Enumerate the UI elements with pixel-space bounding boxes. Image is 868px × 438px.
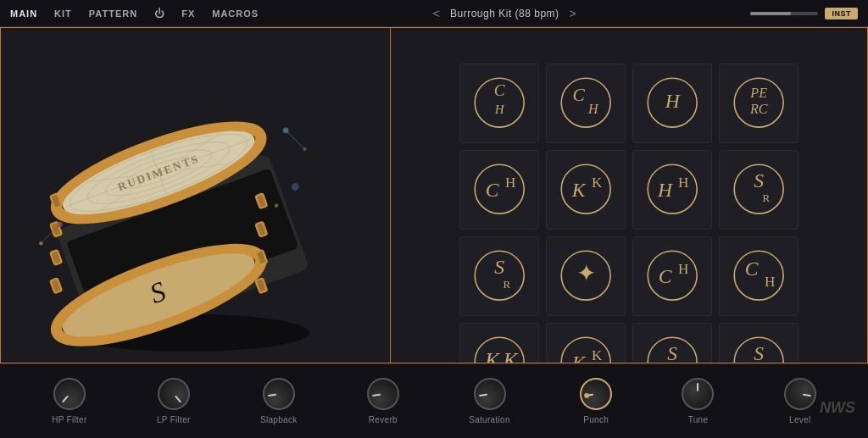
- pad-8[interactable]: S R: [719, 150, 798, 230]
- pad-9[interactable]: S R: [459, 236, 539, 316]
- pad-7[interactable]: H H: [632, 150, 712, 230]
- svg-point-29: [275, 203, 278, 207]
- level-knob[interactable]: [782, 375, 819, 413]
- bottom-controls: HP Filter LP Filter Slapback Reverb Satu…: [0, 363, 868, 438]
- svg-text:✦: ✦: [576, 260, 595, 286]
- svg-text:S: S: [754, 169, 764, 191]
- svg-text:PE: PE: [749, 86, 767, 100]
- nav-main[interactable]: MAIN: [10, 8, 37, 19]
- tune-knob[interactable]: [682, 378, 714, 410]
- knob-group-level: Level: [784, 378, 816, 424]
- knob-group-tune: Tune: [682, 378, 714, 424]
- hp-filter-label: HP Filter: [52, 415, 86, 424]
- pad-11[interactable]: C H: [632, 236, 712, 316]
- svg-text:R: R: [503, 280, 510, 291]
- svg-point-53: [648, 165, 697, 214]
- svg-point-50: [561, 165, 610, 214]
- svg-point-47: [475, 165, 524, 214]
- svg-text:H: H: [494, 103, 505, 116]
- pad-2[interactable]: C H: [546, 64, 626, 143]
- pad-12[interactable]: C H: [719, 236, 798, 316]
- svg-point-67: [734, 252, 783, 301]
- svg-text:C: C: [486, 179, 499, 201]
- nav-fx[interactable]: FX: [181, 8, 195, 19]
- svg-text:H: H: [678, 261, 688, 277]
- lp-filter-knob[interactable]: [151, 371, 197, 417]
- punch-label: Punch: [583, 415, 609, 424]
- saturation-knob[interactable]: [470, 375, 508, 413]
- svg-text:C: C: [745, 258, 759, 280]
- svg-point-31: [75, 315, 81, 321]
- svg-point-64: [648, 252, 697, 301]
- svg-text:K: K: [571, 179, 587, 201]
- pad-4[interactable]: PE RC: [719, 64, 798, 143]
- svg-text:H: H: [505, 175, 515, 191]
- reverb-label: Reverb: [369, 415, 398, 424]
- svg-text:C: C: [659, 265, 672, 287]
- svg-text:H: H: [664, 90, 681, 112]
- svg-point-30: [292, 183, 299, 191]
- pad-grid: C H C H H PE: [459, 64, 798, 402]
- knob-group-lp-filter: LP Filter: [157, 378, 191, 424]
- level-label: Level: [789, 415, 810, 424]
- pad-3[interactable]: H: [632, 64, 712, 143]
- svg-rect-19: [50, 250, 62, 265]
- svg-text:R: R: [762, 193, 770, 205]
- knob-group-hp-filter: HP Filter: [52, 378, 86, 424]
- top-nav: MAIN KIT PATTERN ⏻ FX MACROS < Burrough …: [0, 0, 868, 27]
- nav-right: INST: [750, 8, 858, 19]
- pad-10[interactable]: ✦: [546, 236, 626, 316]
- svg-text:H: H: [657, 179, 674, 201]
- knob-group-punch: Punch: [580, 378, 612, 424]
- svg-text:H: H: [765, 274, 775, 290]
- svg-text:S: S: [494, 256, 504, 278]
- nav-center: < Burrough Kit (88 bpm) >: [275, 7, 733, 20]
- svg-text:K: K: [592, 347, 603, 363]
- pad-1[interactable]: C H: [459, 64, 539, 143]
- pad-6[interactable]: K K: [546, 150, 626, 230]
- nav-kit[interactable]: KIT: [54, 8, 72, 19]
- watermark: NWS: [820, 399, 855, 417]
- svg-point-39: [561, 79, 610, 128]
- nav-macros[interactable]: MACROS: [212, 8, 259, 19]
- svg-rect-20: [50, 278, 62, 293]
- knob-group-slapback: Slapback: [260, 378, 298, 424]
- slapback-knob[interactable]: [260, 375, 298, 413]
- knob-group-reverb: Reverb: [367, 378, 399, 424]
- svg-text:K: K: [592, 175, 603, 191]
- lp-filter-label: LP Filter: [157, 415, 191, 424]
- tune-label: Tune: [688, 415, 709, 424]
- hp-filter-knob[interactable]: [47, 371, 92, 417]
- nav-prev-arrow[interactable]: <: [433, 7, 440, 20]
- nav-next-arrow[interactable]: >: [570, 7, 576, 20]
- punch-knob[interactable]: [577, 375, 615, 413]
- svg-line-32: [286, 130, 304, 148]
- reverb-knob[interactable]: [364, 375, 402, 413]
- svg-text:C: C: [494, 81, 506, 99]
- knob-group-saturation: Saturation: [469, 378, 510, 424]
- power-icon[interactable]: ⏻: [154, 8, 164, 19]
- svg-text:C: C: [572, 85, 585, 105]
- inst-button[interactable]: INST: [825, 8, 858, 19]
- saturation-label: Saturation: [469, 415, 510, 424]
- pad-5[interactable]: C H: [459, 150, 539, 230]
- nav-pattern[interactable]: PATTERN: [89, 8, 137, 19]
- progress-fill: [750, 12, 791, 15]
- progress-bar: [750, 12, 818, 15]
- svg-text:RC: RC: [749, 102, 768, 116]
- svg-text:H: H: [587, 102, 599, 116]
- svg-text:H: H: [678, 175, 688, 191]
- svg-text:S: S: [667, 342, 677, 364]
- svg-text:S: S: [754, 342, 764, 364]
- slapback-label: Slapback: [260, 415, 298, 424]
- nav-title: Burrough Kit (88 bpm): [450, 8, 559, 19]
